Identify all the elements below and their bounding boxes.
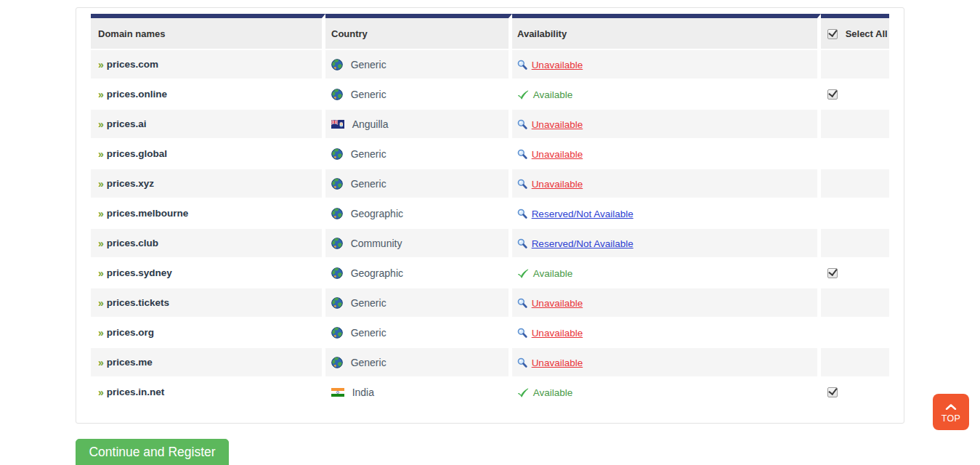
availability-link[interactable]: Unavailable bbox=[517, 326, 583, 337]
double-chevron-icon: » bbox=[98, 89, 104, 100]
double-chevron-icon: » bbox=[98, 267, 104, 279]
availability-status: Available bbox=[517, 386, 572, 397]
double-chevron-icon: » bbox=[98, 59, 104, 70]
double-chevron-icon: » bbox=[98, 148, 104, 160]
check-icon bbox=[517, 386, 532, 397]
india-flag-icon bbox=[331, 386, 347, 397]
magnifier-icon bbox=[517, 177, 530, 188]
table-row: »prices.org Generic bbox=[91, 318, 889, 348]
anguilla-flag-icon bbox=[331, 118, 347, 129]
globe-icon bbox=[331, 177, 346, 188]
row-checkbox[interactable] bbox=[827, 89, 838, 100]
domain-link[interactable]: prices.online bbox=[107, 89, 167, 100]
magnifier-icon bbox=[517, 237, 530, 248]
table-row: »prices.online Generic bbox=[91, 80, 889, 110]
check-icon bbox=[517, 88, 532, 99]
availability-link[interactable]: Unavailable bbox=[517, 147, 583, 158]
check-icon bbox=[517, 267, 532, 278]
double-chevron-icon: » bbox=[98, 118, 104, 130]
double-chevron-icon: » bbox=[98, 208, 104, 219]
globe-icon bbox=[331, 296, 346, 307]
top-button-label: TOP bbox=[941, 413, 961, 424]
availability-link[interactable]: Unavailable bbox=[517, 58, 583, 69]
globe-icon bbox=[331, 237, 346, 248]
availability-link[interactable]: Unavailable bbox=[517, 296, 583, 307]
table-row: »prices.tickets Generic bbox=[91, 288, 889, 318]
table-row: »prices.ai Anguilla bbox=[91, 110, 889, 140]
table-row: »prices.global Generic bbox=[91, 140, 889, 169]
column-header-country: Country bbox=[325, 14, 512, 50]
availability-link[interactable]: Reserved/Not Available bbox=[517, 207, 633, 218]
domain-link[interactable]: prices.sydney bbox=[107, 267, 172, 278]
country-label: India bbox=[352, 387, 374, 398]
globe-icon bbox=[331, 88, 346, 99]
table-row: »prices.sydney Geographic bbox=[91, 259, 889, 288]
magnifier-icon bbox=[517, 147, 530, 158]
double-chevron-icon: » bbox=[98, 327, 104, 339]
domain-link[interactable]: prices.org bbox=[107, 327, 154, 338]
availability-link[interactable]: Unavailable bbox=[517, 177, 583, 188]
domain-link[interactable]: prices.me bbox=[107, 357, 153, 368]
domain-link[interactable]: prices.com bbox=[107, 59, 158, 70]
back-to-top-button[interactable]: TOP bbox=[933, 394, 969, 430]
magnifier-icon bbox=[517, 207, 530, 218]
country-label: Geographic bbox=[351, 208, 403, 219]
domain-results-panel: Domain names Country Availability Select… bbox=[76, 7, 904, 424]
magnifier-icon bbox=[517, 58, 530, 69]
column-header-availability: Availability bbox=[512, 14, 821, 50]
magnifier-icon bbox=[517, 326, 530, 337]
availability-link[interactable]: Unavailable bbox=[517, 356, 583, 367]
table-row: »prices.melbourne Geographic bbox=[91, 199, 889, 229]
country-label: Generic bbox=[351, 59, 386, 70]
globe-icon bbox=[331, 207, 346, 218]
domain-link[interactable]: prices.ai bbox=[107, 118, 147, 129]
table-header-row: Domain names Country Availability Select… bbox=[91, 14, 889, 50]
availability-status: Available bbox=[517, 88, 572, 99]
country-label: Generic bbox=[351, 148, 386, 160]
magnifier-icon bbox=[517, 118, 530, 129]
select-all-label: Select All bbox=[846, 28, 888, 39]
select-all-checkbox[interactable] bbox=[827, 29, 838, 39]
column-header-domain-names: Domain names bbox=[91, 14, 325, 50]
continue-and-register-button[interactable]: Continue and Register bbox=[76, 439, 229, 465]
double-chevron-icon: » bbox=[98, 357, 104, 368]
country-label: Generic bbox=[351, 297, 386, 309]
domain-link[interactable]: prices.club bbox=[107, 238, 158, 248]
row-checkbox[interactable] bbox=[827, 268, 838, 278]
country-label: Geographic bbox=[351, 267, 403, 279]
table-row: »prices.com Generic bbox=[91, 50, 889, 80]
double-chevron-icon: » bbox=[98, 238, 104, 249]
table-row: »prices.me Generic bbox=[91, 348, 889, 378]
country-label: Generic bbox=[351, 357, 386, 368]
domain-table-body: »prices.com Generic bbox=[91, 50, 889, 408]
availability-link[interactable]: Reserved/Not Available bbox=[517, 237, 633, 248]
table-row: »prices.in.net India bbox=[91, 378, 889, 408]
table-row: »prices.xyz Generic bbox=[91, 169, 889, 199]
domain-table-wrap: Domain names Country Availability Select… bbox=[91, 14, 904, 408]
globe-icon bbox=[331, 147, 346, 158]
magnifier-icon bbox=[517, 296, 530, 307]
chevron-up-icon bbox=[945, 401, 957, 412]
country-label: Generic bbox=[351, 89, 386, 100]
table-row: »prices.club Community bbox=[91, 229, 889, 259]
globe-icon bbox=[331, 58, 346, 69]
magnifier-icon bbox=[517, 356, 530, 367]
double-chevron-icon: » bbox=[98, 387, 104, 398]
country-label: Generic bbox=[351, 327, 386, 339]
row-checkbox[interactable] bbox=[827, 387, 838, 397]
country-label: Anguilla bbox=[352, 118, 389, 130]
availability-status: Available bbox=[517, 267, 572, 278]
domain-link[interactable]: prices.global bbox=[107, 148, 167, 159]
domain-link[interactable]: prices.tickets bbox=[107, 297, 169, 308]
double-chevron-icon: » bbox=[98, 297, 104, 309]
globe-icon bbox=[331, 356, 346, 367]
domain-availability-table: Domain names Country Availability Select… bbox=[91, 14, 889, 408]
domain-link[interactable]: prices.in.net bbox=[107, 387, 165, 397]
domain-link[interactable]: prices.xyz bbox=[107, 178, 154, 189]
globe-icon bbox=[331, 326, 346, 337]
country-label: Generic bbox=[351, 178, 386, 190]
double-chevron-icon: » bbox=[98, 178, 104, 190]
domain-link[interactable]: prices.melbourne bbox=[107, 208, 189, 219]
globe-icon bbox=[331, 267, 346, 278]
availability-link[interactable]: Unavailable bbox=[517, 118, 583, 129]
